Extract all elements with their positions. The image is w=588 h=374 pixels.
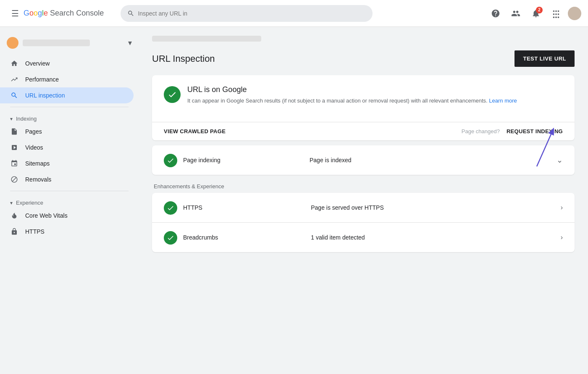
admin-icon — [511, 9, 520, 18]
breadcrumbs-check-icon — [164, 231, 177, 245]
sidebar-indexing-header[interactable]: ▾ Indexing — [0, 111, 139, 124]
pages-icon — [10, 128, 18, 135]
breadcrumbs-enhancement-status: 1 valid item detected — [311, 234, 554, 241]
url-status-top: URL is on Google It can appear in Google… — [164, 85, 563, 105]
sidebar-item-removals[interactable]: Removals — [0, 171, 134, 187]
page-changed-text: Page changed? — [462, 128, 500, 134]
https-icon — [10, 228, 18, 235]
sidebar-overview-label: Overview — [25, 60, 50, 67]
sidebar-item-performance[interactable]: Performance — [0, 71, 134, 87]
sidebar-item-pages[interactable]: Pages — [0, 124, 134, 140]
indexing-check-icon — [164, 154, 177, 167]
page-header: URL Inspection TEST LIVE URL — [152, 50, 575, 67]
sitemaps-icon — [10, 160, 18, 167]
url-status-check-icon — [164, 86, 181, 103]
sidebar-divider-2 — [10, 191, 129, 191]
url-inspection-icon — [10, 92, 18, 99]
sidebar-experience-label: Experience — [16, 200, 43, 206]
menu-button[interactable]: ☰ — [7, 5, 24, 22]
sidebar-item-videos[interactable]: Videos — [0, 140, 134, 155]
notification-button[interactable] — [528, 5, 544, 22]
enhancements-card: HTTPS Page is served over HTTPS › Breadc… — [152, 193, 575, 252]
arrow-annotation-svg — [516, 124, 566, 171]
indexing-status: Page is indexed — [310, 157, 551, 163]
sidebar-indexing-label: Indexing — [16, 116, 37, 122]
experience-chevron-icon: ▾ — [10, 200, 13, 206]
https-enhancement-status: Page is served over HTTPS — [311, 204, 554, 211]
enhancement-row-breadcrumbs[interactable]: Breadcrumbs 1 valid item detected › — [152, 223, 575, 252]
help-icon — [491, 9, 500, 18]
avatar[interactable] — [568, 7, 581, 20]
sidebar-divider-1 — [10, 107, 129, 107]
search-input[interactable] — [138, 10, 366, 17]
menu-icon: ☰ — [11, 8, 19, 18]
search-icon — [127, 10, 134, 17]
notification-badge: 2 — [536, 7, 543, 13]
admin-button[interactable] — [507, 5, 524, 22]
header-actions: 2 — [487, 5, 581, 22]
enhancements-header: Enhancements & Experience — [152, 183, 575, 190]
test-live-url-button[interactable]: TEST LIVE URL — [514, 50, 575, 67]
sidebar-item-sitemaps[interactable]: Sitemaps — [0, 155, 134, 171]
help-button[interactable] — [487, 5, 504, 22]
sidebar-pages-label: Pages — [25, 128, 42, 135]
app-header: ☰ Google Google Search ConsoleSearch Con… — [0, 0, 588, 27]
url-status-description: It can appear in Google Search results (… — [187, 97, 517, 105]
sidebar-item-https[interactable]: HTTPS — [0, 224, 134, 240]
learn-more-link[interactable]: Learn more — [489, 97, 517, 104]
page-url-text — [152, 36, 261, 42]
notification-wrapper: 2 — [528, 5, 544, 22]
search-bar[interactable] — [121, 5, 373, 22]
sidebar-core-web-vitals-label: Core Web Vitals — [25, 212, 68, 219]
sidebar-url-inspection-label: URL inspection — [25, 92, 65, 99]
performance-icon — [10, 76, 18, 83]
card-actions: VIEW CRAWLED PAGE Page changed? REQUEST … — [152, 122, 575, 140]
sidebar-https-label: HTTPS — [25, 228, 45, 235]
sidebar-videos-label: Videos — [25, 144, 43, 151]
breadcrumbs-enhancement-label: Breadcrumbs — [183, 234, 305, 241]
url-status-title: URL is on Google — [187, 85, 517, 94]
property-selector[interactable]: ▾ — [0, 34, 139, 55]
view-crawled-page-link[interactable]: VIEW CRAWLED PAGE — [164, 128, 226, 134]
url-status-text: URL is on Google It can appear in Google… — [187, 85, 517, 105]
app-logo: Google Google Search ConsoleSearch Conso… — [24, 9, 104, 18]
enhancement-row-https[interactable]: HTTPS Page is served over HTTPS › — [152, 193, 575, 223]
https-enhancement-label: HTTPS — [183, 204, 305, 211]
page-title: URL Inspection — [152, 53, 215, 64]
videos-icon — [10, 144, 18, 151]
indexing-row[interactable]: Page indexing Page is indexed ⌄ — [152, 145, 575, 175]
property-name — [23, 40, 90, 46]
home-icon — [10, 60, 18, 67]
breadcrumbs-chevron-right-icon: › — [561, 234, 563, 241]
sidebar-item-url-inspection[interactable]: URL inspection — [0, 87, 134, 103]
indexing-chevron-icon: ▾ — [10, 116, 13, 122]
page-url-bar — [152, 27, 575, 47]
core-web-vitals-icon — [10, 212, 18, 219]
apps-button[interactable] — [548, 5, 564, 22]
sidebar-performance-label: Performance — [25, 76, 59, 83]
https-check-icon — [164, 201, 177, 215]
sidebar-item-core-web-vitals[interactable]: Core Web Vitals — [0, 208, 134, 224]
indexing-label: Page indexing — [183, 157, 304, 163]
url-status-card: URL is on Google It can appear in Google… — [152, 75, 575, 140]
sidebar-removals-label: Removals — [25, 176, 51, 183]
property-dropdown-icon: ▾ — [128, 38, 132, 47]
sidebar-experience-header[interactable]: ▾ Experience — [0, 195, 139, 208]
sidebar-item-overview[interactable]: Overview — [0, 55, 134, 71]
sidebar: ▾ Overview Performance URL inspection — [0, 27, 139, 374]
property-icon — [7, 37, 18, 49]
svg-line-1 — [537, 129, 554, 166]
page-indexing-card: Page indexing Page is indexed ⌄ — [152, 145, 575, 175]
sidebar-sitemaps-label: Sitemaps — [25, 160, 50, 167]
main-content: URL Inspection TEST LIVE URL URL is on G… — [139, 27, 588, 374]
https-chevron-right-icon: › — [561, 204, 563, 211]
removals-icon — [10, 176, 18, 183]
apps-icon — [551, 9, 561, 18]
